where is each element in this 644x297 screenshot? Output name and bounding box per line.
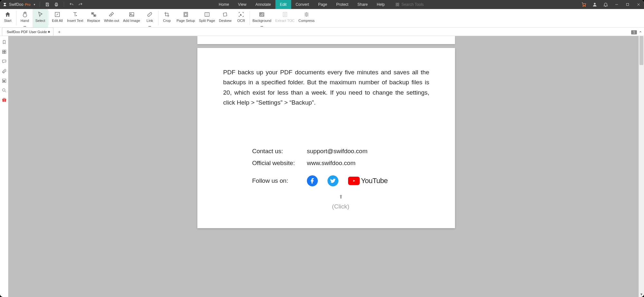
- ribbon-select[interactable]: Select: [33, 9, 48, 27]
- website-label: Official website:: [252, 158, 307, 168]
- svg-rect-28: [283, 12, 287, 16]
- comments-icon[interactable]: [1, 59, 7, 64]
- attachments-icon[interactable]: [1, 68, 7, 74]
- menu-tab-edit[interactable]: Edit: [275, 0, 291, 9]
- crop-icon: [163, 11, 170, 18]
- redo-button[interactable]: [77, 1, 84, 8]
- ribbon-link[interactable]: Link: [142, 9, 157, 27]
- unsaved-indicator-icon: [48, 31, 50, 33]
- contact-email: support@swifdoo.com: [307, 146, 367, 156]
- ribbon-label: Crop: [163, 19, 171, 23]
- ribbon-deskew[interactable]: Deskew: [217, 9, 233, 27]
- svg-rect-35: [2, 50, 4, 52]
- minimize-button[interactable]: [611, 0, 622, 9]
- scrollbar-thumb[interactable]: [639, 36, 643, 65]
- youtube-icon: [348, 177, 360, 185]
- notifications-button[interactable]: [600, 0, 611, 9]
- ribbon-edit-all[interactable]: Edit All: [50, 9, 65, 27]
- ribbon-split-page[interactable]: Split Page: [197, 9, 217, 27]
- svg-point-9: [594, 3, 595, 5]
- svg-text:W: W: [3, 80, 5, 82]
- body-paragraph: PDF backs up your PDF documents every fi…: [223, 67, 429, 107]
- ribbon-label: Background: [252, 19, 271, 23]
- menu-tab-page[interactable]: Page: [314, 0, 332, 9]
- svg-rect-38: [4, 52, 6, 54]
- hand-icon: [21, 11, 28, 18]
- up-arrow-icon: ⬆: [252, 192, 429, 201]
- ribbon-label: Split Page: [199, 19, 215, 23]
- search-tools-input[interactable]: [402, 2, 427, 7]
- ribbon-add-image[interactable]: Add Image: [121, 9, 142, 27]
- new-tab-button[interactable]: +: [55, 28, 63, 36]
- search-tools[interactable]: [393, 0, 430, 9]
- bookmarks-icon[interactable]: [1, 39, 7, 45]
- menu-tab-protect[interactable]: Protect: [332, 0, 353, 9]
- svg-rect-23: [205, 13, 209, 16]
- facebook-icon[interactable]: [307, 175, 318, 186]
- ribbon-label: White-out: [104, 19, 119, 23]
- svg-rect-1: [55, 3, 57, 4]
- svg-rect-36: [4, 50, 6, 52]
- menu-tab-share[interactable]: Share: [353, 0, 372, 9]
- ribbon-white-out[interactable]: White-out: [102, 9, 121, 27]
- menu-tab-home[interactable]: Home: [214, 0, 233, 9]
- replace-icon: AB: [90, 11, 97, 18]
- svg-rect-45: [4, 99, 4, 102]
- ribbon-background[interactable]: Background: [251, 9, 273, 27]
- ribbon-label: Start: [4, 19, 11, 23]
- close-button[interactable]: [633, 0, 644, 9]
- insert-text-icon: [71, 11, 79, 18]
- previous-page-edge: [197, 36, 455, 44]
- thumbnails-icon[interactable]: [1, 49, 7, 55]
- cart-button[interactable]: [578, 0, 589, 9]
- ribbon-label: Page Setup: [176, 19, 195, 23]
- document-viewport[interactable]: PDF backs up your PDF documents every fi…: [8, 36, 644, 297]
- website-url: www.swifdoo.com: [307, 158, 355, 168]
- compress-icon: [303, 11, 310, 18]
- svg-rect-5: [396, 5, 397, 6]
- ribbon-label: Add Image: [123, 19, 140, 23]
- split-icon: [204, 11, 211, 18]
- svg-rect-11: [627, 4, 629, 6]
- scroll-down-icon[interactable]: ▼: [639, 292, 644, 297]
- page-setup-icon: [182, 11, 189, 18]
- print-button[interactable]: [53, 1, 60, 8]
- menu-tab-view[interactable]: View: [233, 0, 251, 9]
- menu-tab-convert[interactable]: Convert: [291, 0, 314, 9]
- svg-text:A: A: [240, 14, 242, 16]
- ribbon-label: Replace: [87, 19, 100, 23]
- svg-text:B: B: [94, 15, 95, 16]
- ribbon-crop[interactable]: Crop: [159, 9, 175, 27]
- user-button[interactable]: [589, 0, 600, 9]
- document-tab[interactable]: SwifDoo PDF User Guide: [2, 27, 53, 36]
- gift-icon[interactable]: [1, 97, 7, 103]
- undo-button[interactable]: [68, 1, 75, 8]
- twitter-icon[interactable]: [327, 175, 338, 186]
- ribbon-page-setup[interactable]: Page Setup: [175, 9, 197, 27]
- cursor-icon: [37, 11, 44, 18]
- menu-tab-annotate[interactable]: Annotate: [251, 0, 275, 9]
- svg-text:A: A: [92, 13, 93, 14]
- save-button[interactable]: [44, 1, 51, 8]
- menu-tab-help[interactable]: Help: [372, 0, 389, 9]
- word-panel-icon[interactable]: W: [1, 78, 7, 84]
- ocr-icon: A: [238, 11, 245, 18]
- ribbon-hand[interactable]: Hand: [17, 9, 33, 27]
- ribbon-compress[interactable]: Compress: [297, 9, 317, 27]
- app-dropdown-icon[interactable]: ▼: [33, 3, 36, 6]
- svg-rect-6: [398, 5, 399, 6]
- ribbon-ocr[interactable]: A OCR: [233, 9, 249, 27]
- youtube-link[interactable]: YouTube: [348, 175, 388, 187]
- ribbon-start[interactable]: Start: [0, 9, 15, 27]
- vertical-scrollbar[interactable]: ▲ ▼: [639, 36, 644, 297]
- collapse-ribbon-button[interactable]: [638, 29, 643, 35]
- search-panel-icon[interactable]: [1, 88, 7, 93]
- svg-rect-37: [2, 52, 4, 54]
- ribbon-replace[interactable]: AB Replace: [85, 9, 102, 27]
- svg-rect-3: [396, 3, 397, 5]
- link-icon: [146, 11, 153, 18]
- ribbon-label: Select: [35, 19, 45, 23]
- maximize-button[interactable]: [622, 0, 633, 9]
- image-icon: [128, 11, 135, 18]
- ribbon-insert-text[interactable]: Insert Text: [65, 9, 85, 27]
